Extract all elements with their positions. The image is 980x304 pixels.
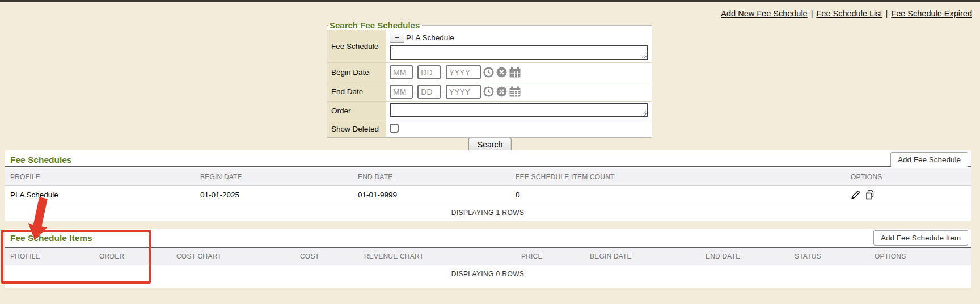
fee-schedules-panel: Fee Schedules Add Fee Schedule PROFILE B… bbox=[5, 150, 971, 221]
cell-profile: PLA Schedule bbox=[5, 186, 195, 204]
tree-item-pla-schedule[interactable]: PLA Schedule bbox=[406, 33, 454, 42]
nav-link-add-new-fee-schedule[interactable]: Add New Fee Schedule bbox=[721, 9, 807, 18]
fee-schedule-tree: − PLA Schedule bbox=[390, 32, 648, 44]
calendar-icon[interactable] bbox=[509, 67, 521, 78]
page: Add New Fee Schedule|Fee Schedule List|F… bbox=[0, 0, 980, 304]
end-date-field: - - bbox=[386, 82, 652, 101]
col-revenue-chart: REVENUE CHART bbox=[358, 248, 516, 265]
minus-icon: − bbox=[395, 33, 399, 42]
show-deleted-field bbox=[386, 120, 652, 137]
search-fee-schedules-fieldset: Search Fee Schedules Fee Schedule − PLA … bbox=[327, 20, 652, 138]
begin-date-day-input[interactable] bbox=[417, 65, 441, 79]
date-dash: - bbox=[414, 68, 416, 77]
col-cost: COST bbox=[294, 248, 358, 265]
order-input[interactable] bbox=[390, 103, 648, 117]
nav-separator: | bbox=[886, 9, 888, 18]
search-fee-schedules-legend: Search Fee Schedules bbox=[328, 20, 422, 30]
col-profile: PROFILE bbox=[5, 168, 195, 186]
begin-date-month-input[interactable] bbox=[390, 65, 413, 79]
fee-schedules-title: Fee Schedules bbox=[5, 150, 971, 165]
fee-schedule-row: Fee Schedule − PLA Schedule bbox=[327, 30, 652, 63]
cell-options bbox=[845, 186, 971, 204]
end-date-label: End Date bbox=[327, 82, 386, 101]
date-dash: - bbox=[414, 87, 416, 96]
time-icon[interactable] bbox=[483, 86, 494, 97]
order-row: Order bbox=[327, 102, 652, 120]
top-nav: Add New Fee Schedule|Fee Schedule List|F… bbox=[721, 9, 972, 18]
col-begin-date: BEGIN DATE bbox=[195, 168, 352, 186]
add-fee-schedule-button[interactable]: Add Fee Schedule bbox=[890, 152, 968, 167]
end-date-year-input[interactable] bbox=[446, 85, 481, 99]
fee-schedules-header: Fee Schedules Add Fee Schedule bbox=[5, 150, 971, 168]
add-fee-schedule-item-button[interactable]: Add Fee Schedule Item bbox=[873, 230, 968, 246]
date-dash: - bbox=[442, 68, 444, 77]
fee-schedule-items-title: Fee Schedule Items bbox=[5, 229, 971, 243]
show-deleted-checkbox[interactable] bbox=[390, 124, 399, 133]
end-date-day-input[interactable] bbox=[417, 85, 441, 99]
begin-date-field: - - bbox=[386, 63, 652, 82]
cell-item-count: 0 bbox=[510, 186, 845, 204]
nav-link-fee-schedule-list[interactable]: Fee Schedule List bbox=[816, 9, 882, 18]
date-dash: - bbox=[442, 87, 444, 96]
cell-begin-date: 01-01-2025 bbox=[195, 186, 352, 204]
fee-schedule-input[interactable] bbox=[390, 45, 648, 60]
col-options: OPTIONS bbox=[869, 248, 971, 265]
fee-schedule-items-table: PROFILE ORDER COST CHART COST REVENUE CH… bbox=[5, 248, 971, 282]
nav-separator: | bbox=[811, 9, 813, 18]
order-field bbox=[386, 102, 652, 120]
tree-collapse-button[interactable]: − bbox=[390, 33, 404, 43]
fee-schedules-header-row: PROFILE BEGIN DATE END DATE FEE SCHEDULE… bbox=[5, 168, 971, 186]
col-item-count: FEE SCHEDULE ITEM COUNT bbox=[510, 168, 845, 186]
fee-schedules-footer-row: DISPLAYING 1 ROWS bbox=[5, 204, 971, 222]
top-border-bar bbox=[0, 0, 980, 2]
fee-schedules-table: PROFILE BEGIN DATE END DATE FEE SCHEDULE… bbox=[5, 168, 971, 221]
nav-link-fee-schedule-expired[interactable]: Fee Schedule Expired bbox=[891, 9, 972, 18]
show-deleted-label: Show Deleted bbox=[327, 120, 386, 137]
col-end-date: END DATE bbox=[700, 248, 789, 265]
cell-end-date: 01-01-9999 bbox=[352, 186, 510, 204]
search-button[interactable]: Search bbox=[468, 138, 512, 151]
fee-schedule-items-row-count: DISPLAYING 0 ROWS bbox=[5, 265, 971, 283]
fee-schedules-row-count: DISPLAYING 1 ROWS bbox=[5, 204, 971, 222]
fee-schedule-items-panel: Fee Schedule Items Add Fee Schedule Item… bbox=[5, 229, 971, 288]
show-deleted-row: Show Deleted bbox=[327, 120, 652, 137]
end-date-month-input[interactable] bbox=[390, 85, 413, 99]
fee-schedule-label: Fee Schedule bbox=[327, 30, 386, 62]
col-cost-chart: COST CHART bbox=[171, 248, 294, 265]
col-order: ORDER bbox=[94, 248, 171, 265]
order-label: Order bbox=[327, 102, 386, 120]
copy-icon[interactable] bbox=[865, 190, 875, 200]
fee-schedule-items-header: Fee Schedule Items Add Fee Schedule Item bbox=[5, 229, 971, 248]
fee-schedule-field: − PLA Schedule bbox=[386, 30, 652, 62]
time-icon[interactable] bbox=[483, 67, 494, 78]
fee-schedule-row-pla[interactable]: PLA Schedule 01-01-2025 01-01-9999 0 bbox=[5, 186, 971, 204]
clear-icon[interactable] bbox=[496, 86, 507, 97]
col-status: STATUS bbox=[789, 248, 869, 265]
calendar-icon[interactable] bbox=[509, 86, 521, 97]
fee-schedule-items-header-row: PROFILE ORDER COST CHART COST REVENUE CH… bbox=[5, 248, 971, 265]
begin-date-year-input[interactable] bbox=[446, 65, 481, 79]
col-price: PRICE bbox=[516, 248, 584, 265]
begin-date-row: Begin Date - - bbox=[327, 63, 652, 82]
begin-date-label: Begin Date bbox=[327, 63, 386, 82]
col-options: OPTIONS bbox=[845, 168, 971, 186]
end-date-row: End Date - - bbox=[327, 82, 652, 102]
edit-icon[interactable] bbox=[851, 190, 860, 200]
col-begin-date: BEGIN DATE bbox=[584, 248, 700, 265]
fee-schedule-items-footer-row: DISPLAYING 0 ROWS bbox=[5, 265, 971, 283]
col-end-date: END DATE bbox=[352, 168, 510, 186]
clear-icon[interactable] bbox=[496, 67, 507, 78]
col-profile: PROFILE bbox=[5, 248, 94, 265]
